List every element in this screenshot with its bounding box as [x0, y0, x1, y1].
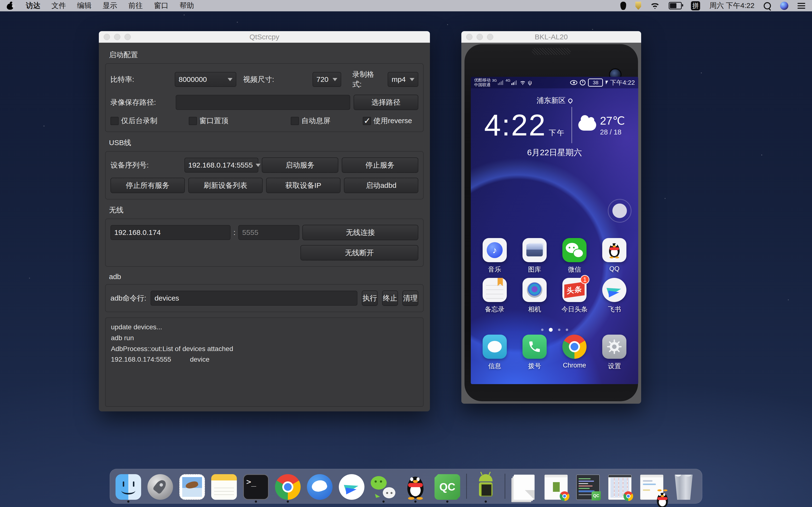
record-path-input[interactable] [176, 95, 350, 110]
macos-dock: >_ QC QC [110, 469, 702, 504]
input-method-icon[interactable]: 拼 [691, 1, 700, 10]
qtscrcpy-titlebar[interactable]: QtScrcpy [99, 31, 430, 43]
refresh-device-list-button[interactable]: 刷新设备列表 [188, 178, 263, 193]
app-music[interactable]: ♪ 音乐 [479, 238, 510, 274]
menu-app-name[interactable]: 访达 [26, 1, 40, 11]
window-title: QtScrcpy [99, 33, 430, 41]
phone-handset-icon [527, 340, 542, 354]
menubar-clock[interactable]: 周六 下午4:22 [709, 1, 755, 11]
dock-launchpad[interactable] [147, 473, 174, 500]
wifi-icon [520, 80, 526, 85]
app-dialer[interactable]: 拨号 [519, 335, 550, 370]
dock-minimized-qtcreator-window[interactable]: QC [574, 473, 602, 500]
menu-window[interactable]: 窗口 [154, 1, 168, 11]
device-serial-select[interactable]: 192.168.0.174:5555 [185, 158, 258, 173]
start-adbd-button[interactable]: 启动adbd [344, 178, 418, 193]
widget-date: 6月22日星期六 [471, 147, 638, 158]
record-format-select[interactable]: mp4 [388, 72, 418, 87]
dock-divider [466, 474, 467, 499]
menu-view[interactable]: 显示 [103, 1, 117, 11]
qq-menubar-icon[interactable] [620, 2, 626, 10]
video-size-label: 视频尺寸: [243, 74, 286, 84]
dock-terminal[interactable]: >_ [242, 473, 269, 500]
app-wechat[interactable]: 微信 [559, 238, 590, 274]
app-messages[interactable]: 信息 [479, 335, 510, 370]
dock-scrcpy-android[interactable] [472, 473, 499, 500]
dock-mail[interactable] [179, 473, 206, 500]
checkbox-use-reverse[interactable]: 使用reverse [363, 116, 412, 126]
menu-help[interactable]: 帮助 [180, 1, 194, 11]
widget-divider [571, 107, 572, 143]
wifi-icon[interactable] [650, 2, 660, 9]
dock-minimized-qq-chat[interactable] [638, 473, 665, 500]
adb-stop-button[interactable]: 终止 [382, 290, 398, 306]
dock-qtcreator[interactable]: QC [434, 473, 461, 500]
wireless-disconnect-button[interactable]: 无线断开 [300, 245, 418, 261]
app-chrome[interactable]: Chrome [559, 335, 590, 370]
wireless-ip-input[interactable] [110, 225, 231, 240]
stop-all-services-button[interactable]: 停止所有服务 [110, 178, 185, 193]
menu-edit[interactable]: 编辑 [77, 1, 92, 11]
signal-bars-icon [498, 80, 503, 85]
window-thumbnail [640, 475, 663, 500]
app-qq[interactable]: QQ [599, 238, 630, 274]
log-line: update devices... [111, 323, 162, 331]
app-feishu[interactable]: 飞书 [599, 278, 630, 314]
wireless-port-input[interactable] [238, 225, 299, 240]
stop-service-button[interactable]: 停止服务 [342, 157, 418, 173]
spotlight-search-icon[interactable] [764, 2, 771, 9]
menu-file[interactable]: 文件 [51, 1, 66, 11]
log-line: 192.168.0.174:5555 device [111, 356, 209, 363]
dock-trash[interactable] [670, 473, 697, 500]
adb-command-input[interactable] [151, 291, 357, 306]
phone-window-titlebar[interactable]: BKL-AL20 [461, 31, 641, 43]
battery-indicator: 38 [588, 78, 603, 87]
dock-finder[interactable] [115, 473, 142, 500]
video-size-select[interactable]: 720 [312, 72, 341, 87]
app-gallery[interactable]: 图库 [519, 238, 550, 274]
apple-menu-icon[interactable] [7, 2, 13, 10]
clock-weather-widget[interactable]: 浦东新区 4:22 下午 27℃ 28 / 18 [471, 96, 638, 158]
eye-comfort-icon [570, 80, 577, 85]
menu-go[interactable]: 前往 [128, 1, 143, 11]
dock-seal-app[interactable] [306, 473, 333, 500]
dock-minimized-chrome-webpage[interactable] [606, 473, 633, 500]
shield-menubar-icon[interactable] [636, 2, 641, 10]
wireless-connect-button[interactable]: 无线连接 [302, 225, 418, 240]
phone-screen[interactable]: 优酷移动 中国联通 3G 4G ψ 38 下午4:22 [471, 77, 638, 384]
start-service-button[interactable]: 启动服务 [262, 157, 338, 173]
phone-speaker-grille [532, 48, 570, 55]
adb-clear-button[interactable]: 清理 [402, 290, 418, 306]
adb-cmd-label: adb命令行: [110, 293, 146, 303]
app-toutiao[interactable]: 头条 1 今日头条 [559, 278, 590, 314]
paper-plane-icon [339, 474, 364, 500]
app-notes[interactable]: 备忘录 [479, 278, 510, 314]
checkbox-auto-screen-off[interactable]: 自动息屏 [291, 116, 363, 126]
bitrate-select[interactable]: 8000000 [175, 72, 236, 87]
get-device-ip-button[interactable]: 获取设备IP [266, 178, 341, 193]
dock-feishu[interactable] [338, 473, 365, 500]
dock-qq[interactable] [402, 473, 429, 500]
siri-icon[interactable] [780, 2, 788, 10]
android-robot-icon [474, 474, 498, 500]
adb-run-button[interactable]: 执行 [362, 290, 378, 306]
choose-path-button[interactable]: 选择路径 [354, 95, 418, 110]
checkbox-window-on-top[interactable]: 窗口置顶 [189, 116, 291, 126]
dock-notes[interactable] [210, 473, 238, 500]
battery-icon[interactable] [669, 2, 682, 9]
checkbox-background-record[interactable]: 仅后台录制 [110, 116, 189, 126]
signal-bars-icon [511, 80, 517, 85]
dock-documents-stack[interactable] [511, 473, 538, 500]
floating-nav-ball[interactable] [608, 199, 631, 223]
app-camera[interactable]: 相机 [519, 278, 550, 314]
adb-log-output[interactable]: update devices... adb run AdbProcess::ou… [105, 318, 424, 407]
dock-minimized-chrome-window[interactable] [543, 473, 570, 500]
notification-center-icon[interactable] [798, 3, 805, 9]
chrome-icon [275, 474, 301, 500]
temperature: 27℃ [600, 114, 625, 127]
wechat-icon [371, 474, 396, 500]
checkbox-icon [189, 117, 197, 125]
app-settings[interactable]: 设置 [599, 335, 630, 370]
dock-chrome[interactable] [274, 473, 301, 500]
dock-wechat[interactable] [370, 473, 397, 500]
